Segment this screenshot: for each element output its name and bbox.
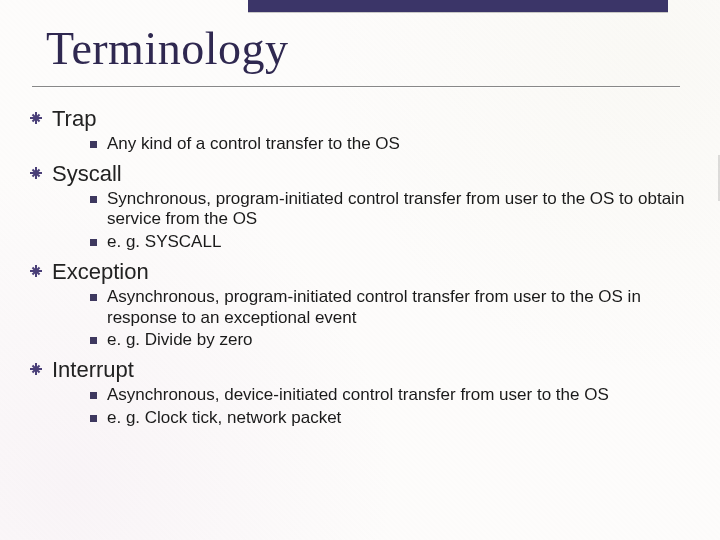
title-underline xyxy=(32,86,680,87)
sub-text: Any kind of a control transfer to the OS xyxy=(107,134,400,155)
sub-text: e. g. Divide by zero xyxy=(107,330,253,351)
slide-title: Terminology xyxy=(46,22,288,75)
sub-text: e. g. SYSCALL xyxy=(107,232,221,253)
sub-list-item: Synchronous, program-initiated control t… xyxy=(90,189,702,230)
square-bullet-icon xyxy=(90,239,97,246)
sub-list-item: Any kind of a control transfer to the OS xyxy=(90,134,702,155)
square-bullet-icon xyxy=(90,196,97,203)
sub-list-item: e. g. Divide by zero xyxy=(90,330,702,351)
slide-body: Trap Any kind of a control transfer to t… xyxy=(30,100,702,530)
star-bullet-icon xyxy=(30,112,42,124)
square-bullet-icon xyxy=(90,337,97,344)
term-label: Interrupt xyxy=(52,357,134,383)
list-item: Exception xyxy=(30,259,702,285)
sub-list-item: e. g. SYSCALL xyxy=(90,232,702,253)
square-bullet-icon xyxy=(90,294,97,301)
star-bullet-icon xyxy=(30,167,42,179)
list-item: Interrupt xyxy=(30,357,702,383)
sub-list-item: Asynchronous, program-initiated control … xyxy=(90,287,702,328)
sub-list-item: e. g. Clock tick, network packet xyxy=(90,408,702,429)
sub-text: e. g. Clock tick, network packet xyxy=(107,408,341,429)
square-bullet-icon xyxy=(90,392,97,399)
star-bullet-icon xyxy=(30,363,42,375)
term-label: Exception xyxy=(52,259,149,285)
sub-text: Asynchronous, device-initiated control t… xyxy=(107,385,609,406)
sub-list-item: Asynchronous, device-initiated control t… xyxy=(90,385,702,406)
header-accent-bar xyxy=(248,0,668,12)
sub-text: Asynchronous, program-initiated control … xyxy=(107,287,696,328)
square-bullet-icon xyxy=(90,415,97,422)
list-item: Trap xyxy=(30,106,702,132)
term-label: Syscall xyxy=(52,161,122,187)
square-bullet-icon xyxy=(90,141,97,148)
term-label: Trap xyxy=(52,106,96,132)
list-item: Syscall xyxy=(30,161,702,187)
sub-text: Synchronous, program-initiated control t… xyxy=(107,189,696,230)
star-bullet-icon xyxy=(30,265,42,277)
